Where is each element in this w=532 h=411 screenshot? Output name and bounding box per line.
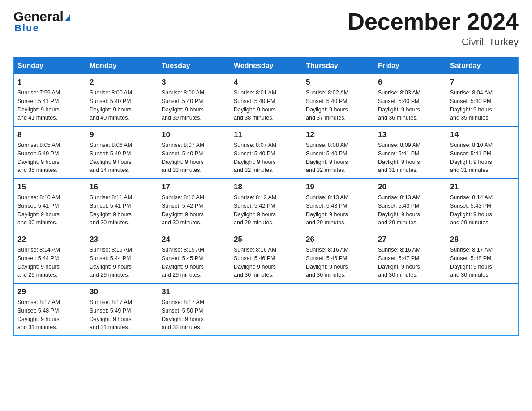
day-info: Sunrise: 8:09 AMSunset: 5:41 PMDaylight:… [378,141,442,175]
day-info: Sunrise: 8:03 AMSunset: 5:40 PMDaylight:… [378,89,442,122]
day-number: 26 [306,235,370,244]
day-info: Sunrise: 8:11 AMSunset: 5:41 PMDaylight:… [90,193,154,227]
day-info: Sunrise: 8:10 AMSunset: 5:41 PMDaylight:… [450,141,515,175]
calendar-cell: 15 Sunrise: 8:10 AMSunset: 5:41 PMDaylig… [14,179,86,231]
location-text: Civril, Turkey [348,36,519,48]
calendar-header-row: SundayMondayTuesdayWednesdayThursdayFrid… [14,57,519,75]
calendar-cell: 24 Sunrise: 8:15 AMSunset: 5:45 PMDaylig… [158,231,230,283]
day-number: 30 [90,287,154,296]
calendar-cell: 17 Sunrise: 8:12 AMSunset: 5:42 PMDaylig… [158,179,230,231]
day-info: Sunrise: 8:16 AMSunset: 5:47 PMDaylight:… [378,246,442,279]
calendar-cell: 14 Sunrise: 8:10 AMSunset: 5:41 PMDaylig… [446,126,519,179]
day-header-sunday: Sunday [14,57,86,75]
day-number: 19 [306,183,370,192]
day-number: 28 [450,235,515,244]
calendar-cell: 5 Sunrise: 8:02 AMSunset: 5:40 PMDayligh… [302,74,374,126]
day-info: Sunrise: 8:13 AMSunset: 5:43 PMDaylight:… [378,193,442,227]
day-info: Sunrise: 8:15 AMSunset: 5:44 PMDaylight:… [90,246,154,279]
day-number: 3 [162,78,226,87]
day-info: Sunrise: 8:17 AMSunset: 5:50 PMDaylight:… [162,298,226,332]
calendar-cell: 28 Sunrise: 8:17 AMSunset: 5:48 PMDaylig… [446,231,519,283]
calendar-cell: 30 Sunrise: 8:17 AMSunset: 5:49 PMDaylig… [86,283,158,336]
day-header-saturday: Saturday [446,57,519,75]
day-info: Sunrise: 8:17 AMSunset: 5:48 PMDaylight:… [450,246,515,279]
day-number: 14 [450,130,515,139]
logo-arrow-icon [65,14,70,21]
calendar-table: SundayMondayTuesdayWednesdayThursdayFrid… [13,57,519,336]
calendar-cell [446,283,519,336]
day-number: 5 [306,78,370,87]
calendar-cell: 1 Sunrise: 7:59 AMSunset: 5:41 PMDayligh… [14,74,86,126]
calendar-cell: 6 Sunrise: 8:03 AMSunset: 5:40 PMDayligh… [374,74,446,126]
day-header-monday: Monday [86,57,158,75]
calendar-cell: 13 Sunrise: 8:09 AMSunset: 5:41 PMDaylig… [374,126,446,179]
day-number: 16 [90,183,154,192]
day-number: 11 [234,130,298,139]
calendar-cell: 29 Sunrise: 8:17 AMSunset: 5:48 PMDaylig… [14,283,86,336]
month-title: December 2024 [348,9,519,34]
day-number: 17 [162,183,226,192]
day-number: 10 [162,130,226,139]
day-number: 29 [17,287,82,296]
day-info: Sunrise: 8:07 AMSunset: 5:40 PMDaylight:… [162,141,226,175]
day-number: 27 [378,235,442,244]
calendar-cell: 21 Sunrise: 8:14 AMSunset: 5:43 PMDaylig… [446,179,519,231]
day-number: 7 [450,78,515,87]
day-number: 25 [234,235,298,244]
calendar-week-row: 15 Sunrise: 8:10 AMSunset: 5:41 PMDaylig… [14,179,519,231]
calendar-week-row: 1 Sunrise: 7:59 AMSunset: 5:41 PMDayligh… [14,74,519,126]
day-info: Sunrise: 8:13 AMSunset: 5:43 PMDaylight:… [306,193,370,227]
day-info: Sunrise: 8:12 AMSunset: 5:42 PMDaylight:… [162,193,226,227]
day-number: 23 [90,235,154,244]
day-number: 2 [90,78,154,87]
day-header-friday: Friday [374,57,446,75]
calendar-cell [230,283,302,336]
day-info: Sunrise: 8:08 AMSunset: 5:40 PMDaylight:… [306,141,370,175]
day-number: 1 [17,78,82,87]
logo: General Blue [13,9,70,34]
day-info: Sunrise: 8:07 AMSunset: 5:40 PMDaylight:… [234,141,298,175]
day-number: 22 [17,235,82,244]
day-info: Sunrise: 8:00 AMSunset: 5:40 PMDaylight:… [90,89,154,122]
calendar-cell: 26 Sunrise: 8:16 AMSunset: 5:46 PMDaylig… [302,231,374,283]
calendar-cell [374,283,446,336]
day-number: 18 [234,183,298,192]
calendar-cell: 31 Sunrise: 8:17 AMSunset: 5:50 PMDaylig… [158,283,230,336]
day-header-thursday: Thursday [302,57,374,75]
calendar-cell: 16 Sunrise: 8:11 AMSunset: 5:41 PMDaylig… [86,179,158,231]
day-info: Sunrise: 8:10 AMSunset: 5:41 PMDaylight:… [17,193,82,227]
calendar-cell: 18 Sunrise: 8:12 AMSunset: 5:42 PMDaylig… [230,179,302,231]
day-number: 8 [17,130,82,139]
day-header-wednesday: Wednesday [230,57,302,75]
day-info: Sunrise: 8:15 AMSunset: 5:45 PMDaylight:… [162,246,226,279]
day-info: Sunrise: 8:14 AMSunset: 5:44 PMDaylight:… [17,246,82,279]
calendar-cell: 2 Sunrise: 8:00 AMSunset: 5:40 PMDayligh… [86,74,158,126]
day-info: Sunrise: 8:02 AMSunset: 5:40 PMDaylight:… [306,89,370,122]
day-number: 31 [162,287,226,296]
calendar-cell [302,283,374,336]
calendar-cell: 12 Sunrise: 8:08 AMSunset: 5:40 PMDaylig… [302,126,374,179]
calendar-cell: 7 Sunrise: 8:04 AMSunset: 5:40 PMDayligh… [446,74,519,126]
day-number: 4 [234,78,298,87]
day-info: Sunrise: 8:17 AMSunset: 5:48 PMDaylight:… [17,298,82,332]
day-number: 12 [306,130,370,139]
day-info: Sunrise: 8:12 AMSunset: 5:42 PMDaylight:… [234,193,298,227]
calendar-cell: 8 Sunrise: 8:05 AMSunset: 5:40 PMDayligh… [14,126,86,179]
day-number: 13 [378,130,442,139]
calendar-cell: 3 Sunrise: 8:00 AMSunset: 5:40 PMDayligh… [158,74,230,126]
day-number: 20 [378,183,442,192]
calendar-cell: 10 Sunrise: 8:07 AMSunset: 5:40 PMDaylig… [158,126,230,179]
day-info: Sunrise: 8:00 AMSunset: 5:40 PMDaylight:… [162,89,226,122]
calendar-cell: 23 Sunrise: 8:15 AMSunset: 5:44 PMDaylig… [86,231,158,283]
calendar-cell: 11 Sunrise: 8:07 AMSunset: 5:40 PMDaylig… [230,126,302,179]
calendar-cell: 25 Sunrise: 8:16 AMSunset: 5:46 PMDaylig… [230,231,302,283]
calendar-cell: 4 Sunrise: 8:01 AMSunset: 5:40 PMDayligh… [230,74,302,126]
calendar-cell: 9 Sunrise: 8:06 AMSunset: 5:40 PMDayligh… [86,126,158,179]
day-info: Sunrise: 8:01 AMSunset: 5:40 PMDaylight:… [234,89,298,122]
page-header: General Blue December 2024 Civril, Turke… [13,9,519,48]
calendar-week-row: 29 Sunrise: 8:17 AMSunset: 5:48 PMDaylig… [14,283,519,336]
logo-general-text: General [13,9,64,24]
day-info: Sunrise: 8:16 AMSunset: 5:46 PMDaylight:… [234,246,298,279]
calendar-cell: 22 Sunrise: 8:14 AMSunset: 5:44 PMDaylig… [14,231,86,283]
day-number: 15 [17,183,82,192]
